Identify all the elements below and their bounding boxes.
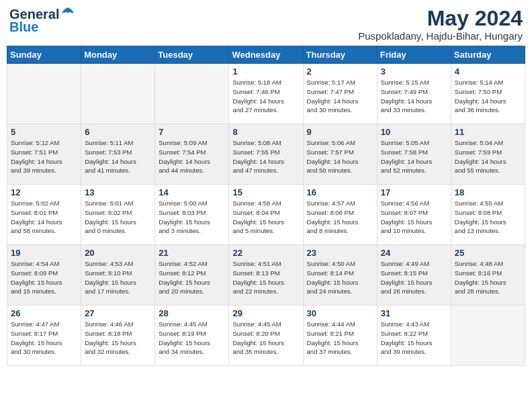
day-info: Sunrise: 4:53 AM Sunset: 8:10 PM Dayligh… xyxy=(85,259,151,296)
calendar-table: SundayMondayTuesdayWednesdayThursdayFrid… xyxy=(7,46,525,366)
day-number: 14 xyxy=(159,187,225,197)
title-block: May 2024 Puspokladany, Hajdu-Bihar, Hung… xyxy=(358,7,523,42)
calendar-day-1: 1Sunrise: 5:18 AM Sunset: 7:46 PM Daylig… xyxy=(229,64,303,124)
day-info: Sunrise: 4:50 AM Sunset: 8:14 PM Dayligh… xyxy=(307,259,373,296)
day-info: Sunrise: 4:48 AM Sunset: 8:16 PM Dayligh… xyxy=(455,259,521,296)
day-number: 1 xyxy=(232,66,299,77)
calendar-day-26: 26Sunrise: 4:47 AM Sunset: 8:17 PM Dayli… xyxy=(7,306,81,366)
calendar-day-27: 27Sunrise: 4:46 AM Sunset: 8:18 PM Dayli… xyxy=(81,306,155,366)
day-info: Sunrise: 5:11 AM Sunset: 7:53 PM Dayligh… xyxy=(85,138,151,175)
day-number: 16 xyxy=(307,187,373,197)
day-number: 25 xyxy=(455,248,521,258)
weekday-header-thursday: Thursday xyxy=(303,46,377,64)
calendar-day-18: 18Sunrise: 4:55 AM Sunset: 8:08 PM Dayli… xyxy=(451,185,525,245)
calendar-day-empty xyxy=(155,64,229,124)
day-info: Sunrise: 4:43 AM Sunset: 8:22 PM Dayligh… xyxy=(381,320,447,357)
day-number: 31 xyxy=(381,308,447,318)
calendar-day-10: 10Sunrise: 5:05 AM Sunset: 7:58 PM Dayli… xyxy=(377,124,451,185)
weekday-header-sunday: Sunday xyxy=(7,46,81,64)
day-info: Sunrise: 5:00 AM Sunset: 8:03 PM Dayligh… xyxy=(159,199,225,236)
day-info: Sunrise: 5:15 AM Sunset: 7:49 PM Dayligh… xyxy=(381,78,447,115)
page-header: General Blue May 2024 Puspokladany, Hajd… xyxy=(7,7,525,42)
logo-text-blue: Blue xyxy=(9,19,38,35)
day-number: 9 xyxy=(307,127,373,137)
day-info: Sunrise: 5:09 AM Sunset: 7:54 PM Dayligh… xyxy=(159,138,225,175)
day-number: 6 xyxy=(85,127,151,137)
day-number: 2 xyxy=(307,66,373,77)
calendar-body: 1Sunrise: 5:18 AM Sunset: 7:46 PM Daylig… xyxy=(7,64,525,366)
month-year-title: May 2024 xyxy=(358,7,523,30)
weekday-header-friday: Friday xyxy=(377,46,451,64)
day-number: 21 xyxy=(159,248,225,258)
calendar-day-30: 30Sunrise: 4:44 AM Sunset: 8:21 PM Dayli… xyxy=(303,306,377,366)
calendar-day-29: 29Sunrise: 4:45 AM Sunset: 8:20 PM Dayli… xyxy=(229,306,303,366)
day-number: 29 xyxy=(232,308,299,318)
calendar-header-row: SundayMondayTuesdayWednesdayThursdayFrid… xyxy=(7,46,525,64)
day-info: Sunrise: 4:54 AM Sunset: 8:09 PM Dayligh… xyxy=(11,259,77,296)
day-number: 4 xyxy=(455,66,521,77)
calendar-day-7: 7Sunrise: 5:09 AM Sunset: 7:54 PM Daylig… xyxy=(155,124,229,185)
calendar-week-row: 19Sunrise: 4:54 AM Sunset: 8:09 PM Dayli… xyxy=(7,245,525,306)
day-info: Sunrise: 5:08 AM Sunset: 7:55 PM Dayligh… xyxy=(232,138,299,175)
logo: General Blue xyxy=(9,7,75,35)
day-info: Sunrise: 4:58 AM Sunset: 8:04 PM Dayligh… xyxy=(232,199,299,236)
day-info: Sunrise: 5:06 AM Sunset: 7:57 PM Dayligh… xyxy=(307,138,373,175)
day-info: Sunrise: 4:49 AM Sunset: 8:15 PM Dayligh… xyxy=(381,259,447,296)
day-info: Sunrise: 5:12 AM Sunset: 7:51 PM Dayligh… xyxy=(11,138,77,175)
day-number: 7 xyxy=(159,127,225,137)
day-number: 24 xyxy=(381,248,447,258)
calendar-day-4: 4Sunrise: 5:14 AM Sunset: 7:50 PM Daylig… xyxy=(451,64,525,124)
calendar-day-25: 25Sunrise: 4:48 AM Sunset: 8:16 PM Dayli… xyxy=(451,245,525,306)
day-number: 20 xyxy=(85,248,151,258)
day-info: Sunrise: 4:47 AM Sunset: 8:17 PM Dayligh… xyxy=(11,320,77,357)
day-info: Sunrise: 4:45 AM Sunset: 8:20 PM Dayligh… xyxy=(232,320,299,357)
calendar-day-20: 20Sunrise: 4:53 AM Sunset: 8:10 PM Dayli… xyxy=(81,245,155,306)
day-info: Sunrise: 4:52 AM Sunset: 8:12 PM Dayligh… xyxy=(159,259,225,296)
day-number: 23 xyxy=(307,248,373,258)
calendar-day-6: 6Sunrise: 5:11 AM Sunset: 7:53 PM Daylig… xyxy=(81,124,155,185)
day-number: 8 xyxy=(232,127,299,137)
weekday-header-wednesday: Wednesday xyxy=(229,46,303,64)
weekday-header-saturday: Saturday xyxy=(451,46,525,64)
day-info: Sunrise: 4:46 AM Sunset: 8:18 PM Dayligh… xyxy=(85,320,151,357)
day-info: Sunrise: 4:44 AM Sunset: 8:21 PM Dayligh… xyxy=(307,320,373,357)
day-number: 11 xyxy=(455,127,521,137)
calendar-day-empty xyxy=(451,306,525,366)
day-number: 3 xyxy=(381,66,447,77)
day-info: Sunrise: 5:17 AM Sunset: 7:47 PM Dayligh… xyxy=(307,78,373,115)
day-number: 27 xyxy=(85,308,151,318)
day-number: 17 xyxy=(381,187,447,197)
day-number: 10 xyxy=(381,127,447,137)
calendar-day-16: 16Sunrise: 4:57 AM Sunset: 8:06 PM Dayli… xyxy=(303,185,377,245)
day-info: Sunrise: 4:55 AM Sunset: 8:08 PM Dayligh… xyxy=(455,199,521,236)
day-info: Sunrise: 5:02 AM Sunset: 8:01 PM Dayligh… xyxy=(11,199,77,236)
day-number: 13 xyxy=(85,187,151,197)
calendar-day-empty xyxy=(81,64,155,124)
day-number: 26 xyxy=(11,308,77,318)
calendar-day-24: 24Sunrise: 4:49 AM Sunset: 8:15 PM Dayli… xyxy=(377,245,451,306)
calendar-day-17: 17Sunrise: 4:56 AM Sunset: 8:07 PM Dayli… xyxy=(377,185,451,245)
day-number: 5 xyxy=(11,127,77,137)
day-number: 22 xyxy=(232,248,299,258)
weekday-header-monday: Monday xyxy=(81,46,155,64)
day-number: 15 xyxy=(232,187,299,197)
day-info: Sunrise: 4:57 AM Sunset: 8:06 PM Dayligh… xyxy=(307,199,373,236)
calendar-day-2: 2Sunrise: 5:17 AM Sunset: 7:47 PM Daylig… xyxy=(303,64,377,124)
day-info: Sunrise: 4:45 AM Sunset: 8:19 PM Dayligh… xyxy=(159,320,225,357)
calendar-day-8: 8Sunrise: 5:08 AM Sunset: 7:55 PM Daylig… xyxy=(229,124,303,185)
calendar-day-31: 31Sunrise: 4:43 AM Sunset: 8:22 PM Dayli… xyxy=(377,306,451,366)
calendar-day-empty xyxy=(7,64,81,124)
day-info: Sunrise: 5:05 AM Sunset: 7:58 PM Dayligh… xyxy=(381,138,447,175)
calendar-day-11: 11Sunrise: 5:04 AM Sunset: 7:59 PM Dayli… xyxy=(451,124,525,185)
day-info: Sunrise: 5:14 AM Sunset: 7:50 PM Dayligh… xyxy=(455,78,521,115)
day-number: 18 xyxy=(455,187,521,197)
location-subtitle: Puspokladany, Hajdu-Bihar, Hungary xyxy=(358,30,523,42)
calendar-day-3: 3Sunrise: 5:15 AM Sunset: 7:49 PM Daylig… xyxy=(377,64,451,124)
weekday-header-tuesday: Tuesday xyxy=(155,46,229,64)
calendar-day-9: 9Sunrise: 5:06 AM Sunset: 7:57 PM Daylig… xyxy=(303,124,377,185)
calendar-week-row: 12Sunrise: 5:02 AM Sunset: 8:01 PM Dayli… xyxy=(7,185,525,245)
calendar-day-13: 13Sunrise: 5:01 AM Sunset: 8:02 PM Dayli… xyxy=(81,185,155,245)
day-info: Sunrise: 4:56 AM Sunset: 8:07 PM Dayligh… xyxy=(381,199,447,236)
day-number: 19 xyxy=(11,248,77,258)
calendar-day-5: 5Sunrise: 5:12 AM Sunset: 7:51 PM Daylig… xyxy=(7,124,81,185)
